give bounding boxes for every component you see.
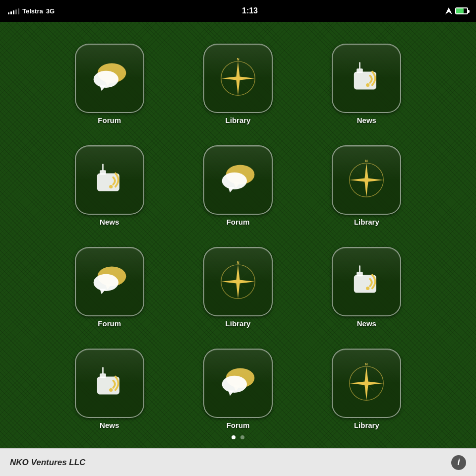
svg-marker-42 [100,289,106,294]
svg-marker-6 [236,61,239,78]
svg-marker-34 [366,168,378,180]
svg-point-52 [236,280,240,284]
app-icon-news-1[interactable]: News [307,32,426,124]
app-icon-forum-2[interactable]: Forum [178,133,298,226]
svg-marker-35 [355,180,366,192]
news-icon-4 [87,361,132,406]
svg-point-14 [236,76,240,81]
svg-rect-16 [354,72,376,90]
svg-marker-45 [236,282,239,298]
forum-icon-3 [87,259,132,304]
svg-marker-13 [238,78,250,90]
svg-rect-20 [97,174,119,191]
carrier-label: Telstra [22,7,43,15]
svg-point-75 [364,381,369,386]
app-icon-news-3[interactable]: News [307,235,426,328]
svg-point-19 [366,83,369,87]
svg-marker-4 [100,85,106,91]
icon-box-news-1[interactable] [332,44,401,113]
app-icon-library-1[interactable]: N Library [178,32,298,124]
app-icon-library-4[interactable]: N Library [307,337,426,429]
svg-marker-47 [238,280,255,283]
forum-icon-2 [216,158,260,202]
app-icon-forum-1[interactable]: Forum [50,32,169,124]
pagination-dots [232,435,244,439]
app-icon-library-3[interactable]: N Library [178,235,298,328]
icon-box-forum-3[interactable] [75,247,144,316]
app-icon-library-2[interactable]: N Library [307,133,426,226]
info-button[interactable]: i [451,455,466,470]
icon-box-library-4[interactable]: N [332,349,401,418]
svg-marker-0 [445,7,452,14]
status-bar: Telstra 3G 1:13 [0,0,476,22]
svg-point-3 [93,71,118,88]
svg-text:N: N [237,260,239,265]
svg-text:N: N [237,57,239,61]
svg-marker-51 [238,282,250,294]
svg-marker-29 [365,163,368,180]
network-type: 3G [46,7,55,15]
library-label-4: Library [354,421,379,429]
library-label-1: Library [226,116,251,124]
svg-marker-33 [355,168,366,180]
svg-marker-48 [226,270,238,282]
svg-point-57 [366,287,369,290]
icon-box-news-4[interactable] [75,349,144,418]
forum-icon-1 [87,56,132,101]
icon-grid: Forum [50,32,426,429]
icon-box-library-3[interactable]: N [203,247,273,316]
battery-indicator [455,7,468,14]
icon-box-news-2[interactable] [75,145,144,215]
news-label-1: News [357,116,376,124]
svg-rect-21 [100,170,106,175]
library-label-2: Library [354,218,379,226]
svg-rect-58 [97,377,119,395]
icon-box-forum-2[interactable] [203,145,273,215]
svg-marker-74 [366,383,378,395]
svg-point-37 [364,178,369,182]
svg-marker-71 [355,371,366,383]
svg-rect-17 [357,68,363,73]
icon-box-library-2[interactable]: N [332,145,401,215]
svg-point-26 [222,173,247,189]
svg-rect-54 [354,275,376,293]
svg-marker-32 [366,178,383,181]
icon-box-library-1[interactable]: N [203,44,273,113]
forum-label-3: Forum [98,319,121,328]
svg-marker-70 [366,381,383,385]
svg-marker-27 [228,187,235,192]
pagination-dot-1[interactable] [232,435,236,439]
status-left: Telstra 3G [8,7,55,15]
forum-label-4: Forum [227,421,250,429]
svg-marker-49 [238,270,250,282]
svg-point-64 [222,376,247,393]
svg-marker-9 [238,76,255,80]
forum-label-2: Forum [227,218,250,226]
svg-point-61 [109,388,113,392]
phone-frame: Telstra 3G 1:13 [0,0,476,476]
svg-marker-12 [226,78,238,90]
icon-box-forum-4[interactable] [203,349,273,418]
app-icon-forum-4[interactable]: Forum [178,337,298,429]
company-name: NKO Ventures LLC [10,458,85,468]
time-display: 1:13 [242,6,258,15]
svg-marker-7 [236,78,239,95]
svg-marker-46 [221,280,238,283]
news-label-2: News [100,218,119,226]
svg-marker-50 [226,282,238,294]
svg-text:N: N [365,362,368,366]
svg-marker-73 [355,383,366,395]
icon-box-news-3[interactable] [332,247,401,316]
icon-box-forum-1[interactable] [75,44,144,113]
app-icon-news-4[interactable]: News [50,337,169,429]
app-icon-news-2[interactable]: News [50,133,169,226]
news-icon-1 [344,56,389,101]
svg-marker-10 [226,66,238,78]
library-icon-2: N [344,158,389,202]
location-icon [445,7,452,14]
svg-marker-31 [350,178,366,181]
svg-marker-67 [365,366,368,383]
pagination-dot-2[interactable] [240,435,244,439]
app-icon-forum-3[interactable]: Forum [50,235,169,328]
svg-text:N: N [365,159,368,163]
